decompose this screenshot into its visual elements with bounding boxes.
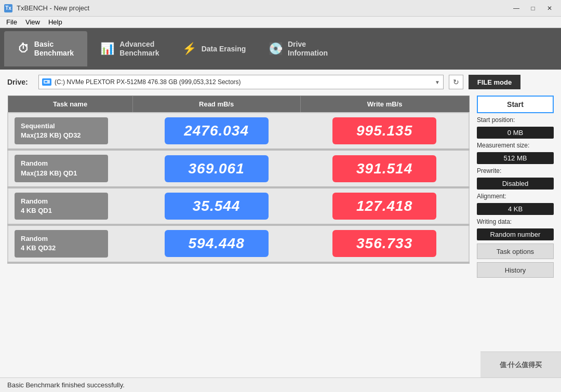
- menu-help[interactable]: Help: [44, 17, 66, 27]
- read-value-cell: 2476.034: [132, 113, 300, 150]
- window-controls: — □ ✕: [509, 3, 557, 13]
- table-row: Random4 KB QD135.544127.418: [8, 187, 469, 225]
- data-erasing-icon: ⚡: [182, 42, 196, 56]
- right-panel: Start Start position: 0 MB Measurement s…: [477, 96, 554, 278]
- write-value: 127.418: [332, 193, 436, 220]
- watermark: 值·什么值得买: [480, 352, 561, 377]
- file-mode-button[interactable]: FILE mode: [469, 75, 520, 89]
- read-value: 35.544: [165, 193, 269, 220]
- benchmark-table: Task name Read mB/s Write mB/s Sequentia…: [7, 96, 470, 264]
- drive-chevron-icon: ▼: [435, 79, 440, 85]
- read-value: 369.061: [165, 155, 269, 182]
- maximize-button[interactable]: □: [526, 3, 540, 13]
- table-row: SequentialMax(128 KB) QD322476.034995.13…: [8, 113, 469, 150]
- title-bar-left: Tx TxBENCH - New project: [4, 4, 89, 12]
- advanced-benchmark-icon: 📊: [100, 42, 114, 56]
- read-value-cell: 594.448: [132, 225, 300, 262]
- tab-drive-information[interactable]: 💽 DriveInformation: [257, 31, 340, 66]
- benchmark-layout: Task name Read mB/s Write mB/s Sequentia…: [7, 96, 554, 278]
- app-title: TxBENCH - New project: [17, 4, 89, 12]
- task-name-cell: Random4 KB QD1: [8, 187, 132, 225]
- task-name-cell: SequentialMax(128 KB) QD32: [8, 113, 132, 150]
- task-name-box: SequentialMax(128 KB) QD32: [15, 117, 108, 144]
- drive-select-icon: [42, 78, 51, 86]
- basic-benchmark-icon: ⏱: [18, 42, 29, 56]
- main-content: Drive: (C:) NVMe PLEXTOR PX-512M8 476.38…: [0, 70, 561, 377]
- table-row: RandomMax(128 KB) QD1369.061391.514: [8, 150, 469, 187]
- write-value: 391.514: [332, 155, 436, 182]
- read-value: 2476.034: [165, 117, 269, 144]
- drive-selected-text: (C:) NVMe PLEXTOR PX-512M8 476.38 GB (99…: [55, 78, 241, 86]
- status-bar: Basic Benchmark finished successfully.: [0, 377, 561, 392]
- prewrite-label: Prewrite:: [477, 167, 554, 174]
- menu-view[interactable]: View: [21, 17, 44, 27]
- alignment-value: 4 KB: [477, 203, 554, 215]
- menu-bar: File View Help: [0, 17, 561, 28]
- tab-basic-benchmark-label: BasicBenchmark: [34, 40, 74, 58]
- measurement-size-label: Measurement size:: [477, 142, 554, 149]
- read-value-cell: 369.061: [132, 150, 300, 187]
- measurement-size-value: 512 MB: [477, 152, 554, 164]
- write-value-cell: 995.135: [300, 113, 469, 150]
- col-write: Write mB/s: [300, 96, 469, 113]
- table-row: Random4 KB QD32594.448356.733: [8, 225, 469, 262]
- task-name-cell: Random4 KB QD32: [8, 225, 132, 262]
- history-button[interactable]: History: [477, 262, 554, 278]
- tab-basic-benchmark[interactable]: ⏱ BasicBenchmark: [4, 31, 87, 66]
- tab-data-erasing-label: Data Erasing: [202, 45, 246, 53]
- write-value: 356.733: [332, 230, 436, 257]
- table-header-row: Task name Read mB/s Write mB/s: [8, 96, 469, 113]
- drive-refresh-button[interactable]: ↻: [449, 75, 463, 89]
- watermark-text: 值·什么值得买: [500, 360, 542, 370]
- alignment-label: Alignment:: [477, 193, 554, 200]
- tab-advanced-benchmark[interactable]: 📊 AdvancedBenchmark: [88, 31, 171, 66]
- col-read: Read mB/s: [132, 96, 300, 113]
- write-value-cell: 391.514: [300, 150, 469, 187]
- start-button[interactable]: Start: [477, 96, 554, 113]
- task-name-box: RandomMax(128 KB) QD1: [15, 155, 108, 182]
- write-value: 995.135: [332, 117, 436, 144]
- drive-label: Drive:: [7, 78, 33, 86]
- read-value: 594.448: [165, 230, 269, 257]
- start-position-label: Start position:: [477, 116, 554, 124]
- read-value-cell: 35.544: [132, 187, 300, 225]
- task-name-box: Random4 KB QD1: [15, 193, 108, 220]
- tab-drive-information-label: DriveInformation: [288, 40, 328, 58]
- col-task-name: Task name: [8, 96, 132, 113]
- prewrite-value: Disabled: [477, 178, 554, 190]
- benchmark-area: Task name Read mB/s Write mB/s Sequentia…: [7, 96, 470, 278]
- app-icon: Tx: [4, 4, 12, 12]
- task-name-cell: RandomMax(128 KB) QD1: [8, 150, 132, 187]
- start-position-value: 0 MB: [477, 127, 554, 139]
- close-button[interactable]: ✕: [542, 3, 557, 13]
- drive-row: Drive: (C:) NVMe PLEXTOR PX-512M8 476.38…: [7, 75, 554, 89]
- menu-file[interactable]: File: [2, 17, 21, 27]
- tab-data-erasing[interactable]: ⚡ Data Erasing: [172, 31, 256, 66]
- minimize-button[interactable]: —: [509, 3, 524, 13]
- task-options-button[interactable]: Task options: [477, 244, 554, 259]
- writing-data-value: Random number: [477, 228, 554, 240]
- title-bar: Tx TxBENCH - New project — □ ✕: [0, 0, 561, 17]
- write-value-cell: 356.733: [300, 225, 469, 262]
- write-value-cell: 127.418: [300, 187, 469, 225]
- status-message: Basic Benchmark finished successfully.: [7, 381, 125, 389]
- drive-select[interactable]: (C:) NVMe PLEXTOR PX-512M8 476.38 GB (99…: [38, 75, 444, 89]
- writing-data-label: Writing data:: [477, 218, 554, 225]
- drive-information-icon: 💽: [269, 42, 283, 56]
- svg-rect-1: [45, 81, 47, 83]
- drive-select-content: (C:) NVMe PLEXTOR PX-512M8 476.38 GB (99…: [42, 78, 241, 86]
- tab-advanced-benchmark-label: AdvancedBenchmark: [119, 40, 159, 58]
- tab-bar: ⏱ BasicBenchmark 📊 AdvancedBenchmark ⚡ D…: [0, 28, 561, 70]
- task-name-box: Random4 KB QD32: [15, 230, 108, 257]
